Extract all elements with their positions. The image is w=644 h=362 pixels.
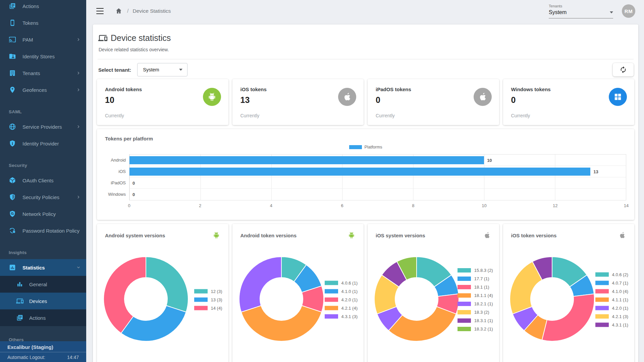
donut-wrap	[103, 256, 189, 343]
legend-item[interactable]: 18.1.1 (4)	[458, 291, 493, 300]
sidebar-item-tenants[interactable]: Tenants	[0, 65, 86, 81]
sidebar-item-pam[interactable]: PAM	[0, 31, 86, 48]
legend-item[interactable]: 4.2.1 (3)	[595, 312, 628, 321]
legend-item[interactable]: 15.8.3 (2)	[458, 266, 493, 275]
legend-swatch	[595, 306, 609, 310]
sidebar-item-label: Identity Provider	[22, 141, 81, 146]
sidebar-item-identity-stores[interactable]: Identity Stores	[0, 48, 86, 65]
sidebar-item-label: Service Providers	[22, 124, 76, 130]
bar[interactable]	[129, 156, 484, 164]
refresh-button[interactable]	[613, 63, 634, 76]
dropdown-arrow-icon	[179, 69, 182, 71]
legend-item[interactable]: 4.1.0 (4)	[595, 287, 628, 296]
legend-item[interactable]: 18.2.1 (1)	[458, 300, 493, 308]
legend-swatch	[595, 281, 609, 285]
sidebar-item-service-providers[interactable]: Service Providers	[0, 118, 86, 135]
select-tenant-label: Select tenant:	[98, 67, 131, 73]
android-icon	[203, 88, 221, 106]
sidebar: ActionsTokensPAMIdentity StoresTenantsGe…	[0, 0, 86, 362]
legend-item[interactable]: 13 (3)	[194, 296, 222, 304]
donut-card-ios-system-versions: iOS system versions 15.8.3 (2) 17.7 (1) …	[368, 224, 499, 362]
donut-slice[interactable]	[121, 306, 186, 341]
stat-card-caption: Currently	[240, 113, 260, 118]
sync-icon	[620, 66, 627, 73]
legend-item[interactable]: 4.0.7 (1)	[595, 279, 628, 287]
legend-item[interactable]: 4.2.0 (1)	[325, 296, 358, 304]
bar-chart-icon	[16, 281, 23, 288]
donut-wrap	[374, 256, 460, 343]
menu-icon[interactable]	[96, 8, 104, 14]
x-tick-label: 8	[412, 203, 414, 208]
legend-item[interactable]: 18.1 (1)	[458, 283, 493, 291]
home-icon[interactable]	[115, 7, 122, 15]
sidebar-item-actions[interactable]: Actions	[0, 0, 86, 14]
sidebar-item-password-rotation-policy[interactable]: Password Rotation Policy	[0, 222, 86, 239]
devices-icon	[16, 297, 23, 305]
legend-item[interactable]: 4.1.1 (1)	[595, 296, 628, 304]
android-icon	[212, 231, 220, 239]
legend-label: 14 (4)	[211, 306, 222, 311]
donut-slice[interactable]	[146, 257, 188, 312]
bar[interactable]	[129, 168, 590, 176]
legend-swatch	[325, 281, 338, 285]
sidebar-item-geofences[interactable]: Geofences	[0, 81, 86, 98]
legend-swatch	[325, 298, 338, 302]
legend-item[interactable]: 4.3.1 (1)	[595, 321, 628, 329]
chevron-right-icon	[76, 37, 81, 42]
sidebar-item-label: General	[29, 282, 81, 287]
tenant-select[interactable]: System	[137, 63, 187, 76]
tenants-select[interactable]: Tenants System	[549, 4, 613, 18]
sidebar-item-label: Identity Stores	[22, 54, 81, 59]
bar-chart-categories: AndroidiOSiPadOSWindows	[105, 154, 129, 200]
bar-chart-legend[interactable]: Platforms	[105, 145, 626, 149]
sidebar-item-security-policies[interactable]: Security Policies	[0, 189, 86, 205]
legend-item[interactable]: 4.0.6 (1)	[325, 279, 358, 287]
donut-legend: 4.0.6 (2) 4.0.7 (1) 4.1.0 (4) 4.1.1 (1) …	[595, 270, 628, 329]
legend-item[interactable]: 12 (3)	[194, 287, 222, 296]
donut-slice[interactable]	[239, 257, 281, 312]
main-area: / Device Statistics Tenants System RM De…	[86, 0, 644, 362]
sidebar-item-actions-sub[interactable]: Actions	[0, 309, 86, 326]
stat-card-title: Android tokens	[105, 86, 220, 92]
sidebar-item-tokens[interactable]: Tokens	[0, 14, 86, 31]
donut-card-ios-token-versions: iOS token versions 4.0.6 (2) 4.0.7 (1) 4…	[503, 224, 635, 362]
sidebar-item-network-policy[interactable]: Network Policy	[0, 205, 86, 222]
legend-item[interactable]: 18.3 (2)	[458, 308, 493, 316]
avatar[interactable]: RM	[622, 4, 635, 18]
x-tick-label: 12	[553, 203, 557, 208]
donut-slice[interactable]	[542, 294, 594, 341]
legend-item[interactable]: 4.2.1 (4)	[325, 304, 358, 312]
stat-card-title: iPadOS tokens	[376, 86, 491, 92]
windows-icon	[609, 88, 627, 106]
sidebar-item-label: OAuth Clients	[22, 178, 81, 183]
legend-swatch	[458, 302, 471, 306]
legend-label: 18.3 (2)	[474, 310, 489, 315]
sidebar-item-oauth-clients[interactable]: OAuth Clients	[0, 172, 86, 189]
legend-label: 4.3.1 (1)	[612, 322, 628, 327]
legend-item[interactable]: 18.3.1 (1)	[458, 316, 493, 325]
page-title: Device statistics	[111, 33, 171, 43]
legend-item[interactable]: 4.2.0 (1)	[595, 304, 628, 312]
bar-chart-card: Tokens per platform Platforms AndroidiOS…	[97, 129, 634, 220]
legend-item[interactable]: 17.7 (1)	[458, 275, 493, 283]
legend-item[interactable]: 14 (4)	[194, 304, 222, 312]
legend-label: 4.1.1 (1)	[612, 297, 628, 302]
legend-item[interactable]: 4.3.1 (3)	[325, 312, 358, 321]
sidebar-item-label: Geofences	[22, 87, 76, 93]
bar-row: 0	[129, 177, 626, 189]
bar-chart-x-axis: 02468101214	[129, 200, 626, 209]
donut-card-android-token-versions: Android token versions 4.0.6 (1) 4.1.0 (…	[232, 224, 364, 362]
legend-item[interactable]: 4.1.0 (1)	[325, 287, 358, 296]
sidebar-item-label: Actions	[29, 315, 81, 321]
donut-slice[interactable]	[241, 306, 322, 341]
sidebar-item-devices-sub[interactable]: Devices	[0, 293, 86, 309]
sidebar-item-statistics[interactable]: Statistics	[0, 259, 86, 276]
x-tick-label: 4	[270, 203, 272, 208]
legend-swatch	[458, 268, 471, 273]
legend-item[interactable]: 4.0.6 (2)	[595, 270, 628, 279]
legend-swatch	[194, 289, 208, 294]
sidebar-item-general-sub[interactable]: General	[0, 276, 86, 293]
legend-swatch	[595, 289, 609, 294]
legend-item[interactable]: 18.3.2 (1)	[458, 325, 493, 333]
sidebar-item-identity-provider[interactable]: Identity Provider	[0, 135, 86, 152]
